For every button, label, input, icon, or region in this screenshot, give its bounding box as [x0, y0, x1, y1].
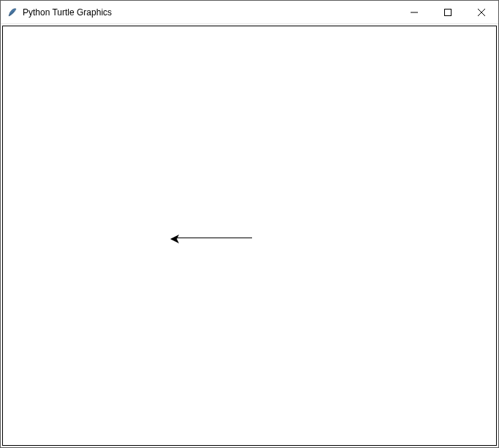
canvas-frame — [2, 26, 497, 446]
svg-marker-5 — [170, 235, 179, 243]
minimize-button[interactable] — [397, 1, 431, 23]
window-controls — [397, 1, 498, 23]
maximize-button[interactable] — [431, 1, 465, 23]
close-icon — [478, 9, 485, 16]
drawn-line — [173, 238, 252, 238]
titlebar: Python Turtle Graphics — [1, 1, 498, 24]
maximize-icon — [444, 9, 452, 16]
feather-icon — [7, 7, 18, 18]
svg-rect-2 — [445, 9, 452, 15]
turtle-canvas — [3, 26, 496, 445]
close-button[interactable] — [465, 1, 498, 23]
turtle-cursor — [170, 233, 182, 246]
window-title: Python Turtle Graphics — [23, 7, 397, 18]
minimize-icon — [411, 9, 418, 16]
application-window: Python Turtle Graphics — [0, 0, 499, 448]
